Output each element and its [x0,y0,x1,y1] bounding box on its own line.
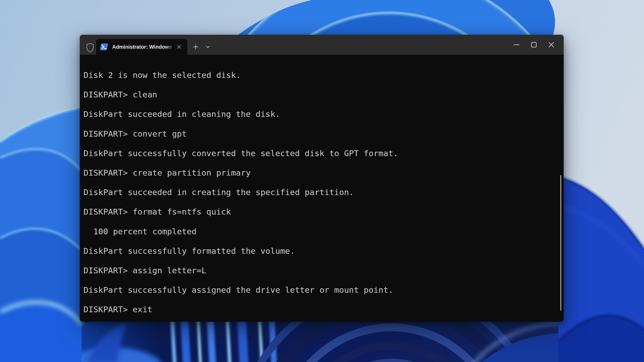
terminal-line: DiskPart successfully converted the sele… [83,143,557,163]
title-bar[interactable]: Administrator: Windows Powe [80,35,564,55]
powershell-icon [100,43,108,51]
terminal-window: Administrator: Windows Powe [80,35,564,322]
terminal-line: DiskPart successfully formatted the volu… [83,241,557,261]
close-icon [548,42,554,48]
tab-title: Administrator: Windows Powe [112,44,175,50]
scrollbar-thumb[interactable] [560,175,561,311]
terminal-line: DiskPart successfully assigned the drive… [83,280,557,300]
minimize-button[interactable] [508,37,525,52]
new-tab-button[interactable] [190,42,201,52]
terminal-line: DISKPART> clean [83,85,557,104]
terminal-line: DISKPART> convert gpt [83,124,557,143]
minimize-icon [513,42,520,48]
terminal-line: DISKPART> assign letter=L [83,261,557,280]
terminal-line: DiskPart succeeded in creating the speci… [83,182,557,202]
terminal-line: DISKPART> create partition primary [83,163,557,182]
maximize-button[interactable] [525,37,543,52]
admin-shield-icon [86,43,94,52]
terminal-line: DISKPART> exit [83,300,557,319]
chevron-down-icon [205,44,210,49]
tab-powershell[interactable]: Administrator: Windows Powe [96,39,187,55]
plus-icon [193,44,199,50]
terminal-line: Disk 2 is now the selected disk. [83,65,557,85]
tab-dropdown-button[interactable] [203,42,213,52]
terminal-line: 100 percent completed [83,222,557,241]
terminal-line: DiskPart succeeded in cleaning the disk. [83,104,557,124]
desktop: Administrator: Windows Powe [0,0,644,362]
tab-close-button[interactable] [175,42,184,51]
close-button[interactable] [543,37,560,52]
maximize-icon [531,42,537,48]
window-controls [508,35,560,55]
terminal-output[interactable]: Disk 2 is now the selected disk. DISKPAR… [80,55,564,322]
terminal-line: DISKPART> format fs=ntfs quick [83,202,557,221]
close-icon [177,44,181,49]
